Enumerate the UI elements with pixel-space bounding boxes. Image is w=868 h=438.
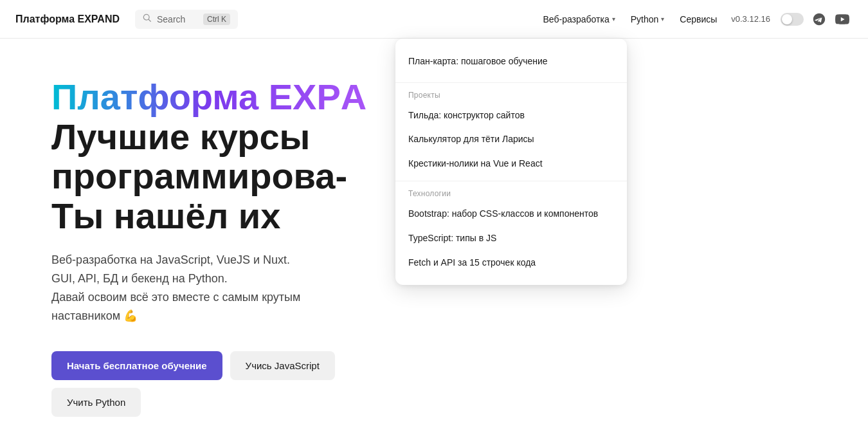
nav-web-label: Веб-разработка (543, 14, 609, 24)
nav-item-web[interactable]: Веб-разработка ▾ (536, 10, 621, 28)
version-badge: v0.3.12.16 (726, 14, 775, 24)
dropdown-item-tilda[interactable]: Тильда: конструктор сайтов (395, 104, 627, 128)
dropdown-item-calc[interactable]: Калькулятор для тёти Ларисы (395, 127, 627, 152)
header: Платформа EXPAND Search Ctrl K Веб-разра… (0, 0, 868, 39)
logo[interactable]: Платформа EXPAND (15, 14, 120, 25)
dropdown-top-item[interactable]: План-карта: пошаговое обучение (395, 49, 627, 77)
search-icon (143, 14, 152, 24)
svg-line-1 (149, 19, 150, 21)
hero-subtitle-line4: наставником 💪 (51, 309, 138, 322)
hero-title-brand: Платформа EXPА (51, 77, 366, 117)
nav-python-label: Python (631, 14, 659, 24)
cta-buttons: Начать бесплатное обучение Учись JavaScr… (51, 351, 399, 417)
hero-subtitle-line2: GUI, API, БД и бекенд на Python. (51, 272, 228, 285)
dropdown-item-typescript[interactable]: TypeScript: типы в JS (395, 226, 627, 251)
hero-subtitle-line1: Веб-разработка на JavaScript, VueJS и Nu… (51, 253, 290, 266)
dropdown-section-title-projects: Проекты (395, 88, 627, 104)
dropdown-top-section: План-карта: пошаговое обучение (395, 46, 627, 80)
dropdown-item-bootstrap[interactable]: Bootstrap: набор CSS-классов и компонент… (395, 202, 627, 226)
learn-js-button[interactable]: Учись JavaScript (230, 351, 335, 380)
hero-title-line4: Ты нашёл их (51, 196, 399, 236)
chevron-down-icon: ▾ (612, 15, 615, 23)
dropdown-section-projects: Проекты Тильда: конструктор сайтов Кальк… (395, 82, 627, 179)
nav-item-services[interactable]: Сервисы (673, 10, 723, 28)
toggle-thumb (782, 14, 792, 24)
dropdown-item-tic[interactable]: Крестики-нолики на Vue и React (395, 152, 627, 176)
hero-title: Платформа EXPА Лучшие курсы программиров… (51, 77, 399, 235)
dropdown-menu: План-карта: пошаговое обучение Проекты Т… (395, 39, 627, 285)
search-shortcut: Ctrl K (203, 14, 230, 25)
nav-item-python[interactable]: Python ▾ (624, 10, 671, 28)
telegram-icon[interactable] (809, 9, 829, 30)
search-label: Search (157, 14, 185, 24)
dropdown-item-fetch[interactable]: Fetch и API за 15 строчек кода (395, 251, 627, 275)
hero-section: Платформа EXPА Лучшие курсы программиров… (0, 39, 450, 438)
search-bar[interactable]: Search Ctrl K (135, 10, 238, 29)
hero-subtitle: Веб-разработка на JavaScript, VueJS и Nu… (51, 251, 399, 325)
chevron-down-icon: ▾ (661, 15, 664, 23)
nav-services-label: Сервисы (680, 14, 717, 24)
nav: Веб-разработка ▾ Python ▾ Сервисы v0.3.1… (536, 9, 853, 30)
hero-subtitle-line3: Давай освоим всё это вместе с самым крут… (51, 291, 300, 304)
theme-toggle[interactable] (781, 13, 804, 26)
dropdown-section-tech: Технологии Bootstrap: набор CSS-классов … (395, 181, 627, 277)
hero-title-line2: Лучшие курсы (51, 117, 399, 157)
hero-title-line3: программирова- (51, 156, 399, 196)
learn-python-button[interactable]: Учить Python (51, 388, 141, 417)
youtube-icon[interactable] (832, 9, 853, 30)
start-learning-button[interactable]: Начать бесплатное обучение (51, 351, 222, 380)
dropdown-section-title-tech: Технологии (395, 187, 627, 202)
